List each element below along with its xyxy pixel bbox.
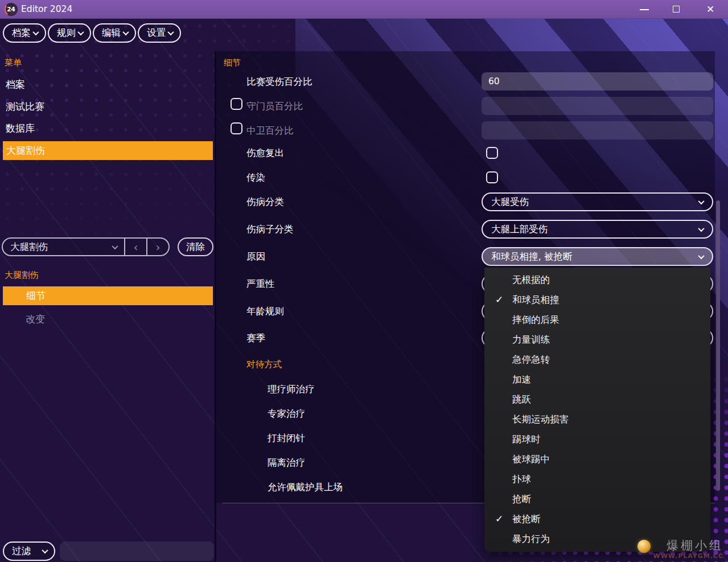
cb-pct-label: 中卫百分比: [246, 121, 294, 140]
menu-button-settings[interactable]: 设置: [138, 23, 181, 43]
menu-item-label: 和球员相撞: [512, 294, 560, 305]
menu-item[interactable]: 被球踢中: [484, 449, 710, 469]
menu-button-edit[interactable]: 编辑: [93, 23, 136, 43]
cause-label: 原因: [246, 247, 265, 266]
gk-pct-label: 守门员百分比: [246, 97, 303, 116]
menu-item[interactable]: 跳跃: [484, 389, 710, 409]
chevron-left-icon: ‹: [134, 241, 138, 253]
record-navigator: 大腿割伤 ‹ ›: [2, 237, 170, 256]
watermark: 爆棚小组 WWW.PLAYGM.CC: [653, 539, 723, 560]
age-rule-label: 年龄规则: [246, 302, 284, 321]
contagious-checkbox[interactable]: [486, 171, 498, 183]
menu-item[interactable]: ✓被抢断: [484, 509, 710, 529]
clear-button[interactable]: 清除: [178, 237, 213, 256]
menu-item[interactable]: ✓和球员相撞: [484, 290, 710, 310]
sidebar-item-thigh-cut-active[interactable]: 大腿割伤: [3, 141, 213, 160]
chevron-down-icon: [122, 29, 129, 35]
menu-button-edit-label: 编辑: [102, 27, 121, 39]
cb-pct-checkbox[interactable]: [231, 122, 242, 134]
minimize-icon[interactable]: [640, 9, 649, 10]
treatment-section-title: 对待方式: [246, 359, 282, 371]
cause-value: 和球员相撞, 被抢断: [491, 251, 573, 263]
chevron-down-icon: [77, 29, 84, 35]
record-section-title: 大腿割伤: [5, 270, 39, 281]
menu-item-label: 加速: [512, 374, 531, 385]
menu-item[interactable]: 无根据的: [484, 270, 710, 290]
filter-button[interactable]: 过滤: [3, 542, 55, 561]
cb-pct-input[interactable]: [482, 121, 713, 140]
menu-item-label: 长期运动损害: [512, 414, 569, 425]
chevron-down-icon: [167, 29, 174, 35]
filter-input[interactable]: [60, 542, 214, 561]
menu-item[interactable]: 摔倒的后果: [484, 310, 710, 330]
chevron-down-icon: [698, 252, 704, 259]
menu-item-label: 急停急转: [512, 354, 550, 365]
record-subitem-changes[interactable]: 改变: [26, 313, 45, 326]
treatment-item-specialist: 专家治疗: [268, 404, 305, 423]
watermark-url: WWW.PLAYGM.CC: [653, 552, 723, 560]
record-subitem-details-active[interactable]: 细节: [3, 286, 213, 305]
title-bar: 24 Editor 2024 ✕: [0, 0, 728, 19]
recurrence-label: 伤愈复出: [246, 143, 284, 162]
cause-dropdown-menu: 无根据的 ✓和球员相撞 摔倒的后果 力量训练 急停急转 加速 跳跃 长期运动损害…: [484, 268, 710, 552]
season-label: 赛季: [246, 329, 265, 347]
contagious-label: 传染: [246, 168, 265, 187]
next-record-button[interactable]: ›: [147, 239, 168, 255]
menu-item-label: 扑球: [512, 474, 531, 485]
menu-button-rules-label: 规则: [57, 27, 76, 39]
close-icon[interactable]: ✕: [704, 0, 717, 19]
match-injury-pct-label: 比赛受伤百分比: [246, 72, 312, 91]
menu-item-label: 被抢断: [512, 514, 541, 524]
menu-item-label: 力量训练: [512, 334, 550, 345]
chevron-down-icon: [698, 198, 704, 204]
menu-button-file[interactable]: 档案: [3, 23, 46, 43]
cause-dropdown-open[interactable]: 和球员相撞, 被抢断: [482, 247, 713, 266]
check-icon: ✓: [490, 509, 508, 529]
menu-button-file-label: 档案: [12, 27, 31, 39]
menu-item[interactable]: 踢球时: [484, 429, 710, 449]
details-section-title: 细节: [224, 58, 241, 68]
app-logo-icon: 24: [5, 3, 18, 16]
chevron-down-icon: [42, 547, 48, 553]
watermark-name: 爆棚小组: [653, 539, 723, 552]
injury-category-value: 大腿受伤: [491, 196, 529, 208]
menu-item-label: 暴力行为: [512, 534, 550, 544]
severity-label: 严重性: [246, 274, 275, 293]
previous-record-button[interactable]: ‹: [125, 239, 146, 255]
menu-item-label: 踢球时: [512, 434, 541, 445]
vertical-scrollbar[interactable]: [716, 200, 720, 491]
sidebar-item-file[interactable]: 档案: [6, 78, 25, 91]
injury-subcategory-value: 大腿上部受伤: [491, 223, 548, 236]
menu-item-label: 跳跃: [512, 394, 531, 405]
maximize-icon[interactable]: [673, 6, 680, 13]
gk-pct-input[interactable]: [482, 97, 713, 115]
menu-item[interactable]: 急停急转: [484, 350, 710, 370]
injury-subcategory-dropdown[interactable]: 大腿上部受伤: [482, 220, 713, 239]
chevron-down-icon: [32, 29, 39, 35]
gk-pct-checkbox[interactable]: [231, 98, 242, 110]
sidebar-item-database[interactable]: 数据库: [6, 122, 35, 135]
record-select-value: 大腿割伤: [10, 241, 48, 253]
filter-button-label: 过滤: [12, 545, 31, 557]
injury-category-dropdown[interactable]: 大腿受伤: [482, 192, 713, 211]
menu-button-settings-label: 设置: [147, 27, 166, 39]
menu-item[interactable]: 加速: [484, 370, 710, 389]
menu-item[interactable]: 长期运动损害: [484, 409, 710, 429]
menu-item[interactable]: 力量训练: [484, 330, 710, 350]
menu-item[interactable]: 扑球: [484, 469, 710, 489]
sidebar-item-test-match[interactable]: 测试比赛: [6, 100, 44, 113]
menu-item-label: 摔倒的后果: [512, 314, 560, 325]
injury-subcategory-label: 伤病子分类: [246, 220, 294, 239]
menu-item-label: 抢断: [512, 494, 531, 504]
record-select[interactable]: 大腿割伤: [3, 239, 124, 255]
app-logo-text: 24: [6, 4, 17, 15]
recurrence-checkbox[interactable]: [486, 147, 498, 159]
menu-item[interactable]: 抢断: [484, 489, 710, 509]
sidebar-section-title: 菜单: [5, 58, 22, 68]
match-injury-pct-input[interactable]: [482, 72, 713, 91]
treatment-item-physio: 理疗师治疗: [268, 380, 315, 399]
menu-item-label: 被球踢中: [512, 454, 550, 465]
menu-button-rules[interactable]: 规则: [48, 23, 91, 43]
chevron-down-icon: [698, 225, 704, 231]
check-icon: ✓: [490, 290, 508, 310]
